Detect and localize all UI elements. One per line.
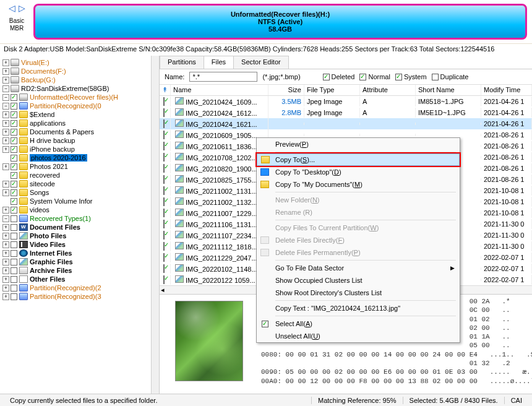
- menu-copy-mydocs[interactable]: Copy To "My Documents"(M): [257, 178, 460, 191]
- row-checkbox[interactable]: [163, 231, 165, 240]
- row-checkbox[interactable]: [163, 197, 165, 206]
- tree-panel[interactable]: +Virual(E:)+Documents(F:)+Backup(G:)−RD2…: [0, 56, 160, 394]
- expand-icon[interactable]: +: [2, 181, 9, 188]
- col-size[interactable]: Size: [268, 85, 304, 95]
- menu-show-root[interactable]: Show Root Directory's Clusters List: [257, 287, 460, 299]
- expand-icon[interactable]: +: [2, 285, 9, 292]
- expand-icon[interactable]: −: [2, 94, 9, 101]
- tree-node[interactable]: +Backup(G:): [2, 76, 159, 84]
- col-name[interactable]: Name: [171, 85, 268, 95]
- tree-node[interactable]: recovered: [2, 171, 159, 179]
- tree-node[interactable]: +sitecode: [2, 179, 159, 188]
- row-checkbox[interactable]: [163, 220, 165, 228]
- tree-node[interactable]: +Document Files: [2, 223, 159, 231]
- row-checkbox[interactable]: [163, 97, 165, 106]
- expand-icon[interactable]: −: [2, 85, 9, 92]
- row-checkbox[interactable]: [163, 264, 165, 273]
- tree-node[interactable]: +videos: [2, 205, 159, 214]
- tree-checkbox[interactable]: [11, 241, 17, 248]
- expand-icon[interactable]: +: [2, 293, 9, 300]
- nav-back-icon[interactable]: ◁: [7, 4, 16, 12]
- menu-copy-text[interactable]: Copy Text : "IMG_20210424_162113.jpg": [257, 302, 460, 314]
- row-checkbox[interactable]: [163, 131, 165, 139]
- expand-icon[interactable]: +: [2, 77, 9, 84]
- menu-copy-to[interactable]: Copy To(S)...: [257, 153, 460, 166]
- expand-icon[interactable]: +: [2, 189, 9, 196]
- row-checkbox[interactable]: [163, 253, 165, 262]
- tree-node[interactable]: +Partition(Recognized)(3: [2, 292, 159, 301]
- expand-icon[interactable]: +: [2, 68, 9, 75]
- tree-checkbox[interactable]: [11, 111, 17, 118]
- col-modify[interactable]: Modify Time: [481, 85, 532, 95]
- tree-checkbox[interactable]: [11, 207, 17, 214]
- tree-checkbox[interactable]: [11, 224, 17, 231]
- tree-checkbox[interactable]: [11, 189, 17, 196]
- expand-icon[interactable]: +: [2, 163, 9, 170]
- tree-node[interactable]: +Documents(F:): [2, 67, 159, 76]
- tab-sector[interactable]: Sector Editor: [233, 56, 289, 69]
- menu-preview[interactable]: Preview(P): [257, 138, 460, 150]
- tree-checkbox[interactable]: [11, 181, 17, 188]
- expand-icon[interactable]: −: [2, 215, 9, 222]
- menu-select-all[interactable]: Select All(A): [257, 317, 460, 330]
- menu-goto-sector[interactable]: Go To File Data Sector▶: [257, 262, 460, 274]
- expand-icon[interactable]: +: [2, 267, 9, 274]
- expand-icon[interactable]: +: [2, 129, 9, 136]
- tree-node[interactable]: +Internet Files: [2, 249, 159, 257]
- tree-checkbox[interactable]: [11, 250, 17, 257]
- expand-icon[interactable]: +: [2, 250, 9, 257]
- tree-node[interactable]: +Photo Files: [2, 231, 159, 240]
- expand-icon[interactable]: +: [2, 137, 9, 144]
- filter-deleted-checkbox[interactable]: Deleted: [323, 73, 355, 80]
- tree-node[interactable]: +$Extend: [2, 110, 159, 119]
- tree-checkbox[interactable]: [11, 198, 17, 205]
- tree-checkbox[interactable]: [11, 120, 17, 127]
- row-checkbox[interactable]: [163, 209, 165, 217]
- filter-normal-checkbox[interactable]: Normal: [359, 73, 390, 80]
- expand-icon[interactable]: +: [2, 59, 9, 66]
- row-checkbox[interactable]: [163, 142, 165, 150]
- expand-icon[interactable]: +: [2, 120, 9, 127]
- expand-icon[interactable]: +: [2, 224, 9, 231]
- file-row[interactable]: IMG_20210424_1621...2021-04-26 1: [160, 118, 532, 129]
- col-up[interactable]: ↟: [160, 85, 171, 95]
- row-checkbox[interactable]: [163, 275, 165, 284]
- expand-icon[interactable]: +: [2, 241, 9, 248]
- expand-icon[interactable]: +: [2, 276, 9, 283]
- expand-icon[interactable]: +: [2, 146, 9, 153]
- tree-node[interactable]: +Virual(E:): [2, 58, 159, 67]
- tab-partitions[interactable]: Partitions: [160, 56, 204, 69]
- filter-pattern-input[interactable]: [189, 72, 257, 82]
- row-checkbox[interactable]: [163, 175, 165, 184]
- row-checkbox[interactable]: [163, 242, 165, 251]
- tree-checkbox[interactable]: [11, 267, 17, 274]
- row-checkbox[interactable]: [163, 108, 165, 117]
- tree-checkbox[interactable]: [11, 259, 17, 266]
- tree-node[interactable]: −Recovered Types(1): [2, 214, 159, 223]
- tree-checkbox[interactable]: [11, 172, 17, 179]
- expand-icon[interactable]: +: [2, 111, 9, 118]
- tree-checkbox[interactable]: [11, 285, 17, 292]
- expand-icon[interactable]: +: [2, 207, 9, 214]
- expand-icon[interactable]: +: [2, 259, 9, 266]
- tree-checkbox[interactable]: [11, 94, 17, 101]
- row-checkbox[interactable]: [163, 119, 165, 128]
- menu-unselect-all[interactable]: Unselect All(U): [257, 330, 460, 342]
- file-row[interactable]: IMG_20210424_1609...3.5MBJpeg ImageAIM85…: [160, 96, 532, 107]
- tree-checkbox[interactable]: [11, 293, 17, 300]
- tree-checkbox[interactable]: [11, 155, 17, 162]
- tree-node[interactable]: +Songs: [2, 188, 159, 197]
- tree-node[interactable]: System Volume Infor: [2, 197, 159, 205]
- tree-node[interactable]: photos 2020-2016: [2, 153, 159, 162]
- tree-checkbox[interactable]: [11, 129, 17, 136]
- tree-node[interactable]: −Unformatted(Recover files)(H: [2, 93, 159, 102]
- menu-show-clusters[interactable]: Show Occupied Clusters List: [257, 274, 460, 287]
- tree-checkbox[interactable]: [11, 215, 17, 222]
- row-checkbox[interactable]: [163, 153, 165, 162]
- tree-node[interactable]: +applications: [2, 119, 159, 127]
- expand-icon[interactable]: +: [2, 233, 9, 240]
- tree-checkbox[interactable]: [11, 146, 17, 153]
- filter-system-checkbox[interactable]: System: [395, 73, 427, 80]
- file-row[interactable]: IMG_20210424_1612...2.8MBJpeg ImageAIM5E…: [160, 107, 532, 118]
- col-short[interactable]: Short Name: [416, 85, 481, 95]
